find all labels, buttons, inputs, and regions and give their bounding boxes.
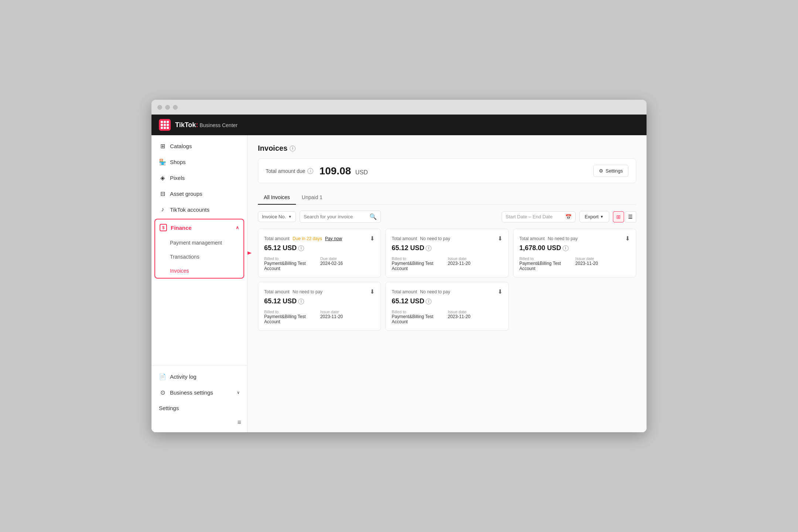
list-view-button[interactable]: ☰: [625, 211, 636, 222]
app-window: TikTok: Business Center ⊞ Catalogs 🏪 Sho…: [151, 100, 647, 432]
billed-to-label-2: Billed to: [392, 256, 446, 261]
sidebar-item-payment-management[interactable]: Payment management: [155, 236, 243, 250]
transactions-label: Transactions: [170, 254, 200, 260]
invoice-amount-value-4: 65.12 USD: [264, 297, 297, 305]
invoice-card-top-3: Total amount No need to pay ⬇: [519, 235, 630, 242]
invoice-details-1: Billed to Payment&Billing Test Account D…: [264, 256, 375, 271]
calendar-icon: 📅: [565, 214, 572, 220]
collapse-sidebar-icon[interactable]: ≡: [237, 419, 241, 426]
billed-to-section-3: Billed to Payment&Billing Test Account: [519, 256, 574, 271]
sidebar-label-pixels: Pixels: [170, 175, 185, 181]
tab-all-invoices-label: All Invoices: [264, 194, 290, 200]
date-placeholder: Start Date – End Date: [506, 214, 553, 219]
invoice-card-1: Total amount Due in 22 days Pay now ⬇ 65…: [258, 229, 381, 277]
sidebar-item-activity-log[interactable]: 📄 Activity log: [151, 369, 247, 385]
invoice-card-top-4: Total amount No need to pay ⬇: [264, 288, 375, 295]
invoice-amount-5: 65.12 USD i: [392, 297, 502, 305]
date-value-3: 2023-11-20: [575, 261, 630, 266]
invoice-status-5: No need to pay: [420, 289, 450, 294]
invoice-card-5: Total amount No need to pay ⬇ 65.12 USD …: [385, 282, 508, 331]
business-settings-chevron-icon: ∨: [237, 390, 240, 395]
apps-grid-icon[interactable]: [159, 119, 171, 131]
invoice-amount-info-2[interactable]: i: [426, 245, 432, 251]
sidebar-item-catalogs[interactable]: ⊞ Catalogs: [151, 138, 247, 154]
invoice-card-2: Total amount No need to pay ⬇ 65.12 USD …: [385, 229, 508, 277]
invoice-download-1[interactable]: ⬇: [370, 235, 375, 242]
list-view-icon: ☰: [628, 214, 633, 220]
invoice-no-filter[interactable]: Invoice No. ▼: [258, 211, 296, 222]
finance-menu-header[interactable]: $ Finance ∧: [155, 219, 243, 236]
invoice-amount-info-1[interactable]: i: [298, 245, 304, 251]
search-box: 🔍: [300, 211, 381, 223]
traffic-light-close[interactable]: [157, 105, 162, 110]
settings-button[interactable]: ⚙ Settings: [593, 165, 628, 177]
invoice-amount-2: 65.12 USD i: [392, 244, 502, 252]
billed-to-section-5: Billed to Payment&Billing Test Account: [392, 310, 446, 324]
invoice-amount-value-2: 65.12 USD: [392, 244, 424, 252]
invoice-pay-now-1[interactable]: Pay now: [325, 236, 342, 241]
date-section-1: Due date 2024-02-16: [320, 256, 375, 271]
sidebar-item-pixels[interactable]: ◈ Pixels: [151, 170, 247, 186]
invoice-status-2: No need to pay: [420, 236, 450, 241]
date-section-4: Issue date 2023-11-20: [320, 310, 375, 324]
invoice-amount-info-5[interactable]: i: [426, 299, 432, 304]
tiktok-accounts-icon: ♪: [159, 206, 166, 213]
invoice-amount-1: 65.12 USD i: [264, 244, 375, 252]
amount-due-label: Total amount due i: [266, 168, 313, 174]
invoice-details-5: Billed to Payment&Billing Test Account I…: [392, 310, 502, 324]
sidebar-label-tiktok-accounts: TikTok accounts: [170, 207, 209, 213]
date-label-4: Issue date: [320, 310, 375, 314]
sidebar-label-asset-groups: Asset groups: [170, 191, 202, 197]
sidebar: ⊞ Catalogs 🏪 Shops ◈ Pixels ⊟ Asset grou…: [151, 135, 248, 432]
billed-to-section-1: Billed to Payment&Billing Test Account: [264, 256, 319, 271]
settings-label: Settings: [159, 405, 179, 411]
billed-to-value-3: Payment&Billing Test Account: [519, 261, 574, 271]
sidebar-item-transactions[interactable]: Transactions: [155, 250, 243, 264]
invoice-download-3[interactable]: ⬇: [625, 235, 630, 242]
invoice-amount-value-5: 65.12 USD: [392, 297, 424, 305]
invoice-download-2[interactable]: ⬇: [498, 235, 502, 242]
finance-label: Finance: [171, 225, 192, 231]
grid-view-button[interactable]: ⊞: [613, 211, 624, 222]
export-button[interactable]: Export ▼: [579, 211, 609, 222]
invoice-download-4[interactable]: ⬇: [370, 288, 375, 295]
billed-to-value-4: Payment&Billing Test Account: [264, 314, 319, 324]
sidebar-item-shops[interactable]: 🏪 Shops: [151, 154, 247, 170]
date-section-2: Issue date 2023-11-20: [448, 256, 502, 271]
invoice-card-top-5: Total amount No need to pay ⬇: [392, 288, 502, 295]
sidebar-item-tiktok-accounts[interactable]: ♪ TikTok accounts: [151, 202, 247, 217]
invoices-label: Invoices: [170, 268, 189, 274]
invoice-amount-info-3[interactable]: i: [563, 245, 569, 251]
shops-icon: 🏪: [159, 158, 166, 166]
date-label-5: Issue date: [448, 310, 502, 314]
amount-info-icon[interactable]: i: [307, 168, 313, 174]
date-value-2: 2023-11-20: [448, 261, 502, 266]
sidebar-item-asset-groups[interactable]: ⊟ Asset groups: [151, 186, 247, 202]
invoice-total-label-1: Total amount: [264, 236, 290, 241]
invoice-details-3: Billed to Payment&Billing Test Account I…: [519, 256, 630, 271]
tab-all-invoices[interactable]: All Invoices: [258, 191, 296, 205]
title-bar: [151, 100, 647, 115]
invoice-download-5[interactable]: ⬇: [498, 288, 502, 295]
amount-due-card: Total amount due i 109.08 USD ⚙ Settings: [258, 158, 636, 183]
search-icon: 🔍: [369, 213, 377, 220]
sidebar-item-invoices[interactable]: Invoices: [155, 264, 243, 278]
traffic-light-minimize[interactable]: [165, 105, 170, 110]
date-picker[interactable]: Start Date – End Date 📅: [502, 211, 576, 222]
search-input[interactable]: [304, 214, 367, 219]
sidebar-item-business-settings[interactable]: ⊙ Business settings ∨: [151, 385, 247, 400]
traffic-light-fullscreen[interactable]: [173, 105, 178, 110]
settings-btn-label: Settings: [606, 168, 623, 174]
invoice-status-4: No need to pay: [293, 289, 323, 294]
page-title-info-icon[interactable]: i: [290, 146, 296, 151]
amount-number: 109.08: [319, 165, 351, 177]
business-settings-label: Business settings: [170, 389, 213, 396]
grid-view-icon: ⊞: [616, 214, 621, 220]
date-label-2: Issue date: [448, 256, 502, 261]
invoice-amount-info-4[interactable]: i: [298, 299, 304, 304]
sidebar-item-settings[interactable]: Settings: [151, 400, 247, 416]
invoice-details-4: Billed to Payment&Billing Test Account I…: [264, 310, 375, 324]
invoice-amount-3: 1,678.00 USD i: [519, 244, 630, 252]
top-navbar: TikTok: Business Center: [151, 115, 647, 135]
tab-unpaid[interactable]: Unpaid 1: [296, 191, 328, 205]
